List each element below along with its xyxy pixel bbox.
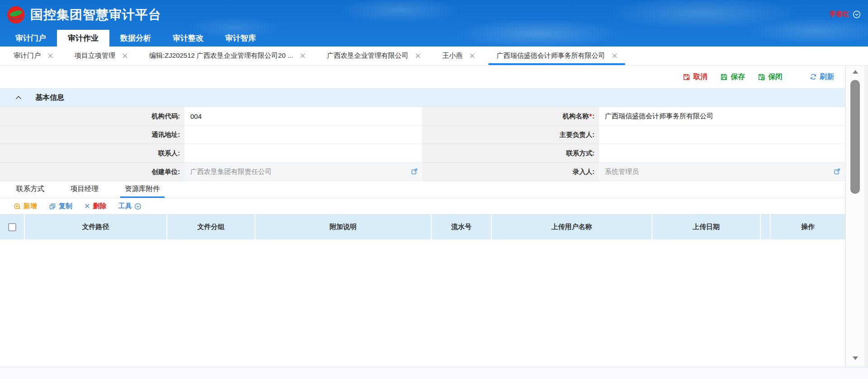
field-label-contact: 联系人: <box>0 144 184 163</box>
close-icon[interactable] <box>470 53 475 58</box>
nav-item-audit-work[interactable]: 审计作业 <box>57 30 109 47</box>
col-extra-note: 附加说明 <box>255 215 432 239</box>
top-banner: 国控集团智慧审计平台 李春红 审计门户 审计作业 数据分析 审计整改 审计智库 <box>0 0 868 47</box>
chevron-down-circle-icon[interactable] <box>853 10 861 19</box>
save-close-icon <box>758 73 765 81</box>
tab-resource-attachments[interactable]: 资源库附件 <box>123 184 162 198</box>
col-spacer <box>761 215 771 239</box>
scroll-up-button[interactable] <box>846 70 864 74</box>
company-logo-icon <box>7 6 24 23</box>
field-label-principal: 主要负责人: <box>423 126 599 144</box>
select-all-checkbox[interactable] <box>8 223 16 231</box>
attachment-table-body <box>0 239 845 367</box>
doc-tab-audit-portal[interactable]: 审计门户 <box>3 47 64 65</box>
x-icon: ✕ <box>84 202 90 211</box>
field-label-create-unit: 创建单位: <box>0 163 184 181</box>
tab-contact-way[interactable]: 联系方式 <box>14 184 46 198</box>
delete-button[interactable]: ✕ 删除 <box>84 202 106 211</box>
save-icon <box>720 73 728 81</box>
section-basic-info[interactable]: 基本信息 <box>0 88 845 107</box>
detail-tabs: 联系方式 项目经理 资源库附件 <box>0 181 845 198</box>
close-icon[interactable] <box>300 53 305 58</box>
vertical-scrollbar[interactable] <box>845 66 864 367</box>
copy-button[interactable]: 复制 <box>49 202 72 211</box>
section-title: 基本信息 <box>35 93 64 103</box>
field-label-org-name: 机构名称*: <box>423 107 599 126</box>
save-button[interactable]: 保存 <box>720 72 745 82</box>
nav-item-audit-knowledge[interactable]: 审计智库 <box>214 30 267 47</box>
add-button[interactable]: 新增 <box>14 202 37 211</box>
col-upload-user: 上传用户名称 <box>492 215 652 239</box>
doc-tab-project-approval[interactable]: 项目立项管理 <box>64 47 138 65</box>
save-cancel-icon <box>683 73 690 81</box>
col-operation: 操作 <box>771 215 845 239</box>
footer-strip <box>0 367 868 379</box>
refresh-button[interactable]: 刷新 <box>810 72 834 82</box>
col-serial-no: 流水号 <box>432 215 492 239</box>
address-input[interactable] <box>184 126 423 144</box>
entry-person-field[interactable]: 系统管理员 <box>599 163 845 181</box>
copy-icon <box>49 203 56 210</box>
col-upload-date: 上传日期 <box>652 215 761 239</box>
doc-tab-wangxiaoyan[interactable]: 王小燕 <box>431 47 486 65</box>
doc-tab-edit-zj202512[interactable]: 编辑:ZJ202512 广西农垦企业管理有限公司20 ... <box>138 47 316 65</box>
refresh-icon <box>810 73 817 80</box>
field-label-entry-person: 录入人: <box>423 163 599 181</box>
page-title: 国控集团智慧审计平台 <box>30 6 161 23</box>
chevron-down-circle-icon <box>134 203 142 210</box>
user-menu[interactable]: 李春红 <box>829 10 861 19</box>
select-all-cell <box>0 215 25 239</box>
contact-way-input[interactable] <box>599 144 845 163</box>
app-header: 国控集团智慧审计平台 李春红 <box>0 0 868 30</box>
close-icon[interactable] <box>48 53 53 58</box>
close-icon[interactable] <box>415 53 420 58</box>
field-label-address: 通讯地址: <box>0 126 184 144</box>
org-code-input[interactable]: 004 <box>184 107 423 126</box>
close-icon[interactable] <box>123 53 127 58</box>
form-action-bar: 取消 保存 保闭 刷新 <box>0 66 845 88</box>
nav-item-audit-rectify[interactable]: 审计整改 <box>162 30 214 47</box>
cancel-button[interactable]: 取消 <box>683 72 708 82</box>
doc-tab-gxnk-company[interactable]: 广西农垦企业管理有限公司 <box>316 47 431 65</box>
org-name-input[interactable]: 广西瑞信盛德会计师事务所有限公司 <box>599 107 845 126</box>
attachment-toolbar: 新增 复制 ✕ 删除 工具 <box>0 198 845 215</box>
document-tabbar: 审计门户 项目立项管理 编辑:ZJ202512 广西农垦企业管理有限公司20 .… <box>0 47 868 66</box>
plus-circle-icon <box>14 203 21 210</box>
content-area: 取消 保存 保闭 刷新 基本信息 机构代码: 004 机构名称 <box>0 66 868 367</box>
basic-info-form: 机构代码: 004 机构名称*: 广西瑞信盛德会计师事务所有限公司 通讯地址: … <box>0 107 845 181</box>
required-mark: * <box>590 112 592 120</box>
tools-button[interactable]: 工具 <box>118 202 142 211</box>
contact-input[interactable] <box>184 144 423 163</box>
save-close-button[interactable]: 保闭 <box>758 72 783 82</box>
chevron-up-icon[interactable] <box>15 95 22 100</box>
scrollbar-thumb[interactable] <box>850 80 860 194</box>
external-link-icon[interactable] <box>411 168 418 175</box>
create-unit-field[interactable]: 广西农垦集团有限责任公司 <box>184 163 423 181</box>
field-label-contact-way: 联系方式: <box>423 144 599 163</box>
field-label-org-code: 机构代码: <box>0 107 184 126</box>
close-icon[interactable] <box>612 53 617 58</box>
doc-tab-ruixin-firm[interactable]: 广西瑞信盛德会计师事务所有限公司 <box>486 47 628 65</box>
main-nav: 审计门户 审计作业 数据分析 审计整改 审计智库 <box>0 30 868 47</box>
right-edge-gap <box>864 66 868 367</box>
nav-item-data-analysis[interactable]: 数据分析 <box>109 30 162 47</box>
principal-input[interactable] <box>599 126 845 144</box>
scroll-down-button[interactable] <box>846 356 864 360</box>
col-file-path: 文件路径 <box>25 215 167 239</box>
col-file-group: 文件分组 <box>167 215 255 239</box>
user-name[interactable]: 李春红 <box>829 10 849 19</box>
external-link-icon[interactable] <box>834 168 840 175</box>
tab-project-manager[interactable]: 项目经理 <box>69 184 100 198</box>
nav-item-audit-portal[interactable]: 审计门户 <box>5 30 57 47</box>
attachment-table-header: 文件路径 文件分组 附加说明 流水号 上传用户名称 上传日期 操作 <box>0 215 845 239</box>
